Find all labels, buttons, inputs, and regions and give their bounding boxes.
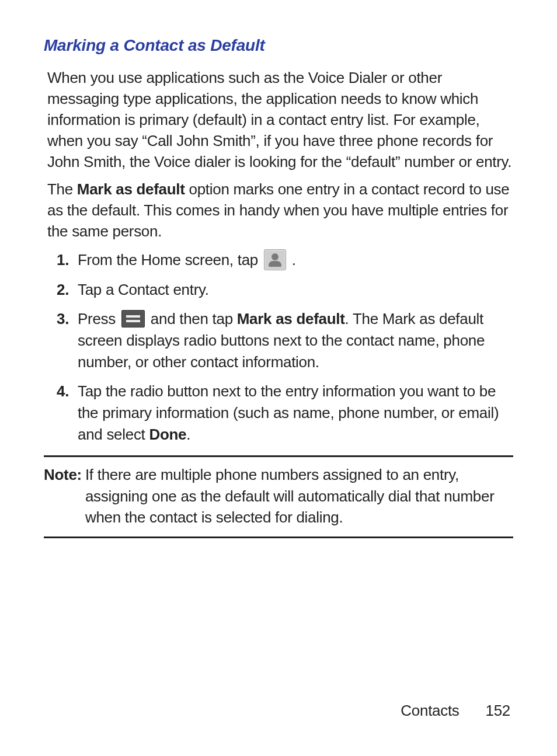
step-4: 4. Tap the radio button next to the entr… — [44, 381, 513, 445]
mark-as-default-bold: Mark as default — [77, 180, 185, 198]
para2-pre: The — [47, 180, 77, 198]
step-number: 3. — [44, 308, 78, 330]
step-1-text-a: From the Home screen, tap — [78, 251, 262, 269]
footer-section: Contacts — [401, 702, 459, 719]
step-body: Press and then tap Mark as default. The … — [78, 308, 513, 373]
step-number: 2. — [44, 279, 78, 301]
step-1: 1. From the Home screen, tap . — [44, 249, 513, 271]
step-2: 2. Tap a Contact entry. — [44, 279, 513, 301]
steps-list: 1. From the Home screen, tap . 2. Tap a … — [44, 249, 513, 445]
note-label: Note: — [44, 464, 82, 528]
step-3-text-a: Press — [78, 310, 120, 328]
step-number: 1. — [44, 249, 78, 271]
step-1-text-b: . — [292, 251, 296, 269]
step-3: 3. Press and then tap Mark as default. T… — [44, 308, 513, 373]
page-title: Marking a Contact as Default — [44, 36, 513, 55]
done-bold: Done — [149, 426, 186, 443]
footer-page-number: 152 — [486, 702, 510, 719]
step-3-text-b: and then tap — [151, 310, 237, 328]
step-4-text-a: Tap the radio button next to the entry i… — [78, 382, 499, 443]
mark-as-default-bold: Mark as default — [237, 310, 345, 328]
intro-paragraph-1: When you use applications such as the Vo… — [47, 68, 513, 172]
contacts-app-icon — [264, 249, 286, 270]
intro-paragraph-2: The Mark as default option marks one ent… — [47, 179, 513, 242]
step-body: Tap the radio button next to the entry i… — [78, 381, 513, 445]
step-4-text-b: . — [186, 426, 190, 443]
note-text: If there are multiple phone numbers assi… — [85, 464, 513, 528]
menu-key-icon — [121, 310, 145, 328]
note-block: Note: If there are multiple phone number… — [44, 455, 513, 538]
step-body: Tap a Contact entry. — [78, 279, 513, 301]
page-footer: Contacts 152 — [401, 702, 510, 720]
step-number: 4. — [44, 381, 78, 402]
step-body: From the Home screen, tap . — [78, 249, 513, 271]
